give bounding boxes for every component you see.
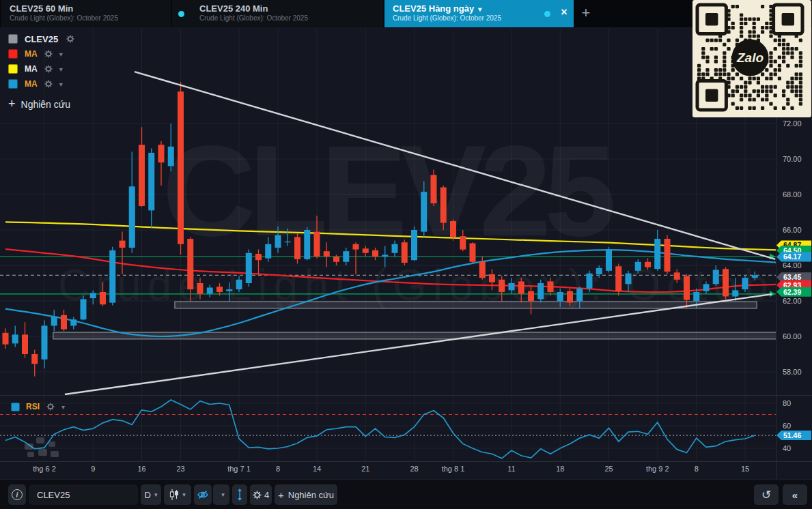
svg-text:51.46: 51.46 bbox=[783, 431, 801, 439]
tab-bar: CLEV25 60 Min Crude Light (Globex): Octo… bbox=[0, 0, 812, 27]
tab-title: CLEV25 240 Min bbox=[199, 3, 375, 14]
gear-icon[interactable] bbox=[44, 50, 53, 58]
tab-title: CLEV25 Hàng ngày bbox=[393, 3, 474, 14]
chevron-down-icon[interactable]: ▾ bbox=[59, 81, 63, 88]
svg-text:64.00: 64.00 bbox=[783, 261, 802, 270]
tab-subtitle: Crude Light (Globex): October 2025 bbox=[10, 14, 163, 22]
plus-icon: + bbox=[8, 97, 16, 111]
chevron-down-icon[interactable]: ▾ bbox=[59, 66, 63, 73]
collapse-icon: « bbox=[792, 489, 798, 501]
svg-text:9: 9 bbox=[91, 465, 95, 473]
add-study-button[interactable]: + Nghiên cứu bbox=[8, 97, 81, 111]
legend-ma-row[interactable]: MA ▾ bbox=[8, 76, 81, 91]
svg-text:11: 11 bbox=[507, 465, 515, 473]
chart-legend: CLEV25 MA ▾ MA ▾ MA ▾ + Nghiên cứu bbox=[8, 31, 81, 111]
legend-symbol-row[interactable]: CLEV25 bbox=[8, 31, 81, 46]
svg-text:16: 16 bbox=[137, 465, 145, 473]
refresh-icon: ↺ bbox=[761, 488, 771, 502]
gear-icon[interactable] bbox=[46, 403, 55, 411]
svg-text:63.45: 63.45 bbox=[783, 273, 801, 281]
tab-60min[interactable]: CLEV25 60 Min Crude Light (Globex): Octo… bbox=[1, 0, 171, 27]
gear-icon bbox=[253, 491, 262, 499]
svg-text:thg 6 2: thg 6 2 bbox=[33, 465, 56, 473]
arrows-vertical-icon bbox=[236, 489, 243, 501]
svg-text:8: 8 bbox=[695, 465, 699, 473]
chevron-down-icon[interactable]: ▾ bbox=[59, 50, 63, 58]
hide-drawings-button[interactable] bbox=[194, 484, 212, 505]
svg-text:thg 8 1: thg 8 1 bbox=[442, 465, 465, 473]
svg-text:23: 23 bbox=[176, 465, 184, 473]
candlestick-icon bbox=[169, 489, 179, 500]
svg-text:Zalo: Zalo bbox=[736, 50, 764, 65]
bottom-toolbar: i CLEV25 D▾ ▾ ▾ 4 +Nghiên cứu ↺ « bbox=[0, 479, 812, 509]
tab-subtitle: Crude Light (Globex): October 2025 bbox=[393, 14, 565, 22]
svg-text:40: 40 bbox=[783, 444, 791, 452]
add-study-label: Nghiên cứu bbox=[21, 99, 70, 110]
gear-icon[interactable] bbox=[44, 80, 53, 88]
ma-swatch bbox=[8, 79, 18, 89]
tab-subtitle: Crude Light (Globex): October 2025 bbox=[199, 14, 375, 22]
hide-drawings-caret[interactable]: ▾ bbox=[213, 484, 229, 505]
scale-button[interactable] bbox=[232, 484, 247, 505]
symbol-value: CLEV25 bbox=[37, 490, 70, 500]
chevron-down-icon[interactable]: ▾ bbox=[61, 403, 65, 411]
rsi-swatch bbox=[11, 403, 20, 411]
svg-text:15: 15 bbox=[741, 465, 749, 473]
ma-label: MA bbox=[25, 49, 38, 59]
add-tab-button[interactable]: + bbox=[577, 4, 595, 22]
svg-text:18: 18 bbox=[556, 465, 564, 473]
collapse-button[interactable]: « bbox=[783, 484, 807, 505]
tab-title: CLEV25 60 Min bbox=[10, 3, 163, 14]
svg-text:58.00: 58.00 bbox=[783, 368, 802, 376]
svg-text:8: 8 bbox=[276, 465, 280, 473]
svg-text:80: 80 bbox=[783, 399, 791, 407]
svg-text:60.00: 60.00 bbox=[783, 332, 802, 340]
refresh-button[interactable]: ↺ bbox=[754, 484, 779, 505]
ma-label: MA bbox=[25, 64, 38, 74]
studies-count: 4 bbox=[264, 490, 269, 500]
svg-text:66.00: 66.00 bbox=[783, 226, 802, 234]
svg-text:64.17: 64.17 bbox=[783, 252, 801, 261]
add-study-label: Nghiên cứu bbox=[288, 490, 334, 500]
ma-swatch bbox=[8, 64, 18, 74]
svg-text:25: 25 bbox=[604, 465, 613, 473]
chevron-down-icon[interactable]: ▾ bbox=[478, 5, 481, 13]
svg-text:21: 21 bbox=[361, 465, 369, 473]
rsi-label: RSI bbox=[26, 402, 40, 411]
plus-icon: + bbox=[278, 489, 284, 501]
svg-text:72.00: 72.00 bbox=[783, 119, 802, 128]
eye-off-icon bbox=[197, 489, 209, 500]
svg-text:thg 7 1: thg 7 1 bbox=[227, 465, 251, 473]
symbol-label: CLEV25 bbox=[25, 34, 58, 44]
svg-text:70.00: 70.00 bbox=[783, 155, 802, 163]
close-icon[interactable]: × bbox=[557, 6, 571, 18]
svg-text:62.00: 62.00 bbox=[783, 297, 802, 305]
rsi-legend[interactable]: RSI ▾ bbox=[11, 402, 65, 411]
zalo-qr-code: Zalo bbox=[692, 0, 811, 120]
chevron-down-icon: ▾ bbox=[221, 491, 225, 498]
svg-text:28: 28 bbox=[410, 465, 418, 473]
interval-value: D bbox=[145, 490, 151, 500]
chart-type-button[interactable]: ▾ bbox=[164, 484, 191, 505]
svg-text:60: 60 bbox=[783, 422, 791, 430]
settings-button[interactable]: 4 bbox=[250, 484, 272, 505]
info-icon: i bbox=[12, 489, 23, 500]
add-study-button[interactable]: +Nghiên cứu bbox=[275, 484, 337, 505]
legend-ma-row[interactable]: MA ▾ bbox=[8, 61, 81, 76]
tab-240min[interactable]: CLEV25 240 Min Crude Light (Globex): Oct… bbox=[172, 0, 383, 27]
symbol-swatch bbox=[8, 34, 18, 44]
legend-ma-row[interactable]: MA ▾ bbox=[8, 46, 81, 61]
ma-label: MA bbox=[25, 79, 38, 89]
svg-text:thg 9 2: thg 9 2 bbox=[646, 465, 669, 473]
gear-icon[interactable] bbox=[66, 35, 74, 43]
alert-dot-icon bbox=[178, 11, 184, 17]
chevron-down-icon: ▾ bbox=[154, 491, 158, 498]
interval-button[interactable]: D▾ bbox=[141, 484, 161, 505]
svg-text:68.00: 68.00 bbox=[783, 190, 802, 199]
chart-canvas[interactable]: CLEV25Crude Light (Globex): Octob72.0070… bbox=[0, 0, 812, 509]
symbol-search-field[interactable]: CLEV25 bbox=[29, 484, 138, 505]
info-button[interactable]: i bbox=[8, 484, 26, 505]
gear-icon[interactable] bbox=[44, 65, 53, 73]
trading-app: CLEV25Crude Light (Globex): Octob72.0070… bbox=[0, 0, 812, 509]
chevron-down-icon: ▾ bbox=[182, 491, 186, 498]
